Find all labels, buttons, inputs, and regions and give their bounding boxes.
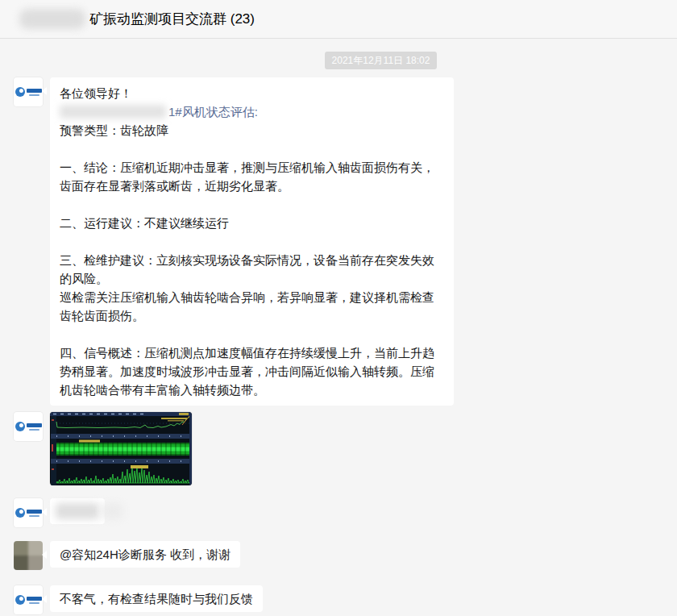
sender-logo-avatar[interactable] [14, 498, 43, 527]
company-logo-icon [15, 87, 25, 97]
message-row-youre-welcome: 不客气，有检查结果随时与我们反馈 [14, 585, 677, 614]
ack-message-bubble[interactable]: @容知24H诊断服务 收到，谢谢 [50, 541, 240, 568]
redacted-plant-name [60, 105, 166, 119]
message-row-image [14, 412, 677, 485]
alert-type-line: 预警类型：齿轮故障 [60, 121, 444, 139]
company-logo-text [27, 597, 42, 604]
company-logo-icon [15, 595, 25, 605]
message-row-redacted [14, 498, 677, 527]
sender-logo-avatar[interactable] [14, 585, 43, 614]
timestamp-badge: 2021年12月11日 18:02 [325, 52, 438, 69]
report-subject-line: 1#风机状态评估: [60, 102, 444, 121]
message-row-report: 各位领导好！ 1#风机状态评估: 预警类型：齿轮故障 一、结论：压缩机近期冲击显… [14, 77, 677, 406]
redacted-message-content [56, 503, 99, 519]
assessment-link[interactable]: 1#风机状态评估: [168, 105, 258, 119]
company-logo-icon [15, 422, 25, 431]
report-body: 一、结论：压缩机近期冲击显著，推测与压缩机输入轴齿面损伤有关，齿面存在显著剥落或… [60, 139, 444, 399]
redacted-message-bubble[interactable] [50, 498, 105, 524]
company-logo-icon [15, 508, 25, 518]
company-logo-text [27, 510, 42, 517]
chat-header: 矿振动监测项目交流群 (23) [0, 0, 677, 39]
sender-logo-avatar[interactable] [14, 412, 43, 441]
report-greeting: 各位领导好！ [60, 84, 444, 102]
redacted-group-name [19, 9, 85, 29]
chat-title: 矿振动监测项目交流群 (23) [89, 10, 255, 28]
message-area: 2021年12月11日 18:02 各位领导好！ 1#风机状态评估: 预警类型：… [0, 39, 677, 616]
sender-logo-avatar[interactable] [14, 77, 43, 106]
youre-welcome-message-bubble[interactable]: 不客气，有检查结果随时与我们反馈 [50, 585, 263, 612]
message-row-ack: @容知24H诊断服务 收到，谢谢 [14, 541, 677, 570]
vibration-analysis-image[interactable] [50, 412, 192, 485]
user-photo-avatar[interactable] [14, 541, 43, 570]
avatar-blur [14, 541, 43, 570]
redaction-blur-spill [102, 503, 123, 519]
report-message-bubble[interactable]: 各位领导好！ 1#风机状态评估: 预警类型：齿轮故障 一、结论：压缩机近期冲击显… [50, 77, 454, 406]
company-logo-text [27, 423, 42, 431]
company-logo-text [27, 89, 42, 96]
